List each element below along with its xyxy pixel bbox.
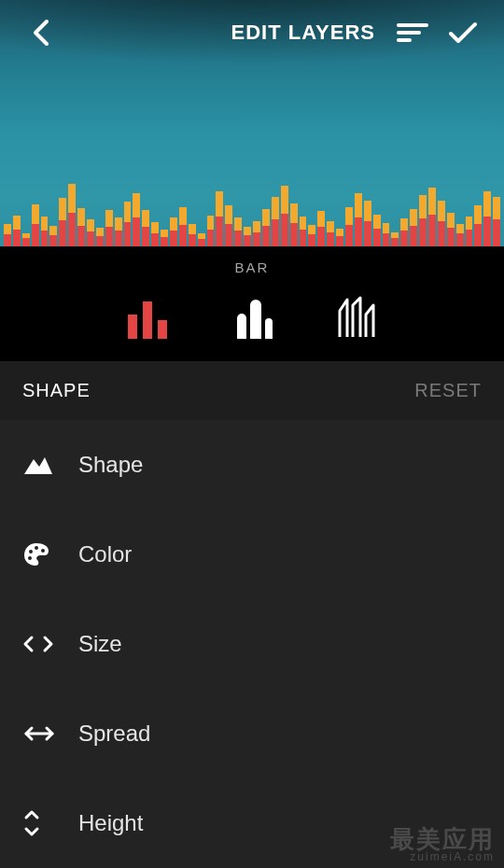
eq-bar (281, 186, 288, 246)
eq-bar (355, 193, 362, 246)
height-icon (22, 809, 78, 837)
bars-plain-icon (125, 298, 170, 339)
spread-icon (22, 724, 78, 743)
page-title: EDIT LAYERS (62, 21, 392, 45)
eq-bar (68, 184, 76, 246)
eq-bar (308, 225, 315, 246)
list-item-color[interactable]: Color (0, 510, 504, 599)
eq-bar (161, 230, 168, 246)
equalizer-visualizer (0, 162, 504, 246)
preview-canvas: EDIT LAYERS (0, 0, 504, 246)
list-item-label: Spread (78, 721, 150, 747)
eq-bar (456, 224, 464, 246)
shape-picker-strip: BAR (0, 246, 504, 361)
eq-bar (22, 233, 30, 246)
eq-bar (59, 198, 66, 246)
list-item-label: Shape (78, 452, 143, 478)
back-button[interactable] (21, 12, 62, 53)
eq-bar (364, 201, 371, 246)
eq-bar (133, 193, 140, 246)
eq-bar (41, 217, 49, 246)
list-item-shape[interactable]: Shape (0, 420, 504, 510)
eq-bar (170, 217, 177, 246)
eq-bar (466, 217, 473, 246)
list-item-spread[interactable]: Spread (0, 689, 504, 778)
shape-option-bar-plain[interactable] (122, 294, 173, 339)
eq-bar (225, 205, 232, 246)
eq-bar (4, 224, 11, 246)
eq-bar (317, 211, 325, 246)
eq-bar (189, 224, 196, 246)
reset-button[interactable]: RESET (414, 380, 482, 401)
eq-bar (272, 197, 279, 246)
eq-bar (124, 202, 132, 246)
list-item-height[interactable]: Height (0, 778, 504, 868)
eq-bar (142, 210, 149, 246)
eq-bar (410, 209, 417, 246)
eq-bar (115, 217, 122, 246)
list-item-label: Height (78, 810, 143, 836)
eq-bar (428, 188, 436, 246)
eq-bar (87, 219, 94, 246)
eq-bar (493, 197, 500, 246)
eq-bar (105, 210, 113, 246)
check-icon (448, 21, 478, 45)
eq-bar (373, 215, 381, 246)
eq-bar (438, 201, 445, 246)
eq-bar (474, 205, 482, 246)
svg-point-9 (28, 556, 32, 560)
size-icon (22, 635, 78, 653)
section-label: SHAPE (22, 380, 91, 401)
eq-bar (96, 228, 104, 246)
eq-bar (49, 226, 57, 246)
header-bar: EDIT LAYERS (0, 0, 504, 65)
eq-bar (198, 233, 205, 246)
eq-bar (400, 218, 408, 246)
sort-button[interactable] (392, 12, 433, 53)
eq-bar (336, 229, 343, 246)
svg-rect-4 (143, 301, 152, 339)
eq-bar (290, 203, 298, 246)
shape-picker-label: BAR (0, 259, 504, 275)
eq-bar (179, 207, 187, 246)
list-item-size[interactable]: Size (0, 599, 504, 689)
sort-icon (397, 21, 428, 44)
shape-icon (22, 454, 78, 476)
eq-bar (447, 213, 455, 246)
svg-point-7 (35, 546, 38, 550)
shape-option-bar-outline[interactable] (331, 294, 382, 339)
palette-icon (22, 541, 78, 567)
eq-bar (419, 195, 427, 246)
eq-bar (262, 209, 270, 246)
bars-outline-icon (334, 296, 379, 339)
shape-option-bar-rounded[interactable] (227, 294, 277, 339)
svg-point-6 (29, 550, 33, 553)
eq-bar (300, 217, 307, 246)
eq-bar (345, 207, 353, 246)
eq-bar (391, 232, 399, 246)
eq-bar (244, 227, 251, 246)
list-item-label: Size (78, 631, 122, 657)
eq-bar (32, 204, 39, 246)
eq-bar (483, 191, 491, 246)
eq-bar (77, 208, 85, 246)
bars-rounded-icon (230, 298, 274, 339)
svg-rect-3 (128, 315, 137, 339)
eq-bar (13, 216, 21, 246)
eq-bar (151, 222, 159, 246)
chevron-left-icon (31, 19, 51, 47)
eq-bar (216, 191, 223, 246)
properties-list: Shape Color Size Spread Height (0, 420, 504, 868)
list-item-label: Color (78, 541, 132, 567)
svg-point-8 (41, 549, 45, 553)
section-header: SHAPE RESET (0, 361, 504, 420)
eq-bar (253, 221, 260, 246)
eq-bar (234, 217, 242, 246)
eq-bar (383, 223, 390, 246)
eq-bar (207, 216, 215, 246)
eq-bar (327, 221, 334, 246)
confirm-button[interactable] (442, 12, 483, 53)
svg-rect-5 (158, 320, 167, 339)
